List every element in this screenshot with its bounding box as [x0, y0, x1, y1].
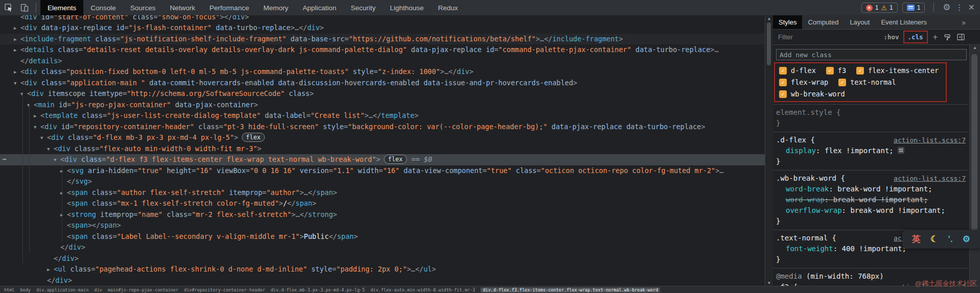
breadcrumb-item[interactable]: div.application-main — [36, 287, 88, 292]
collapse-arrow-icon[interactable]: ▼ — [20, 89, 27, 100]
breadcrumb-item[interactable]: main#js-repo-pjax-container — [108, 287, 178, 292]
collapse-arrow-icon[interactable]: ▼ — [47, 144, 54, 155]
expand-arrow-icon[interactable]: ▶ — [60, 166, 67, 177]
tab-security[interactable]: Security — [344, 0, 383, 15]
element-classes-button[interactable]: .cls — [903, 31, 928, 43]
styles-scrollbar[interactable]: ▲ — [969, 44, 980, 293]
class-toggle-text-normal[interactable]: ✓text-normal — [838, 78, 896, 86]
dom-node-line[interactable]: ▶<strong itemprop="name" class="mr-2 fle… — [0, 209, 765, 221]
dom-node-line[interactable]: </details> — [0, 56, 765, 67]
class-toggle-flex-wrap[interactable]: ✓flex-wrap — [779, 78, 828, 86]
expand-arrow-icon[interactable]: ▶ — [60, 188, 67, 199]
css-declaration[interactable]: word-wrap: break-word !important; — [776, 194, 966, 205]
dom-node-line[interactable]: ▼<div class="d-flex mb-3 px-3 px-md-4 px… — [0, 132, 765, 143]
dom-node-line[interactable]: ▶<svg aria-hidden="true" height="16" vie… — [0, 165, 765, 177]
checkbox-checked-icon[interactable]: ✓ — [779, 67, 787, 75]
stylesheet-link[interactable]: action-list.scss:7 — [894, 135, 966, 145]
dom-node-line[interactable]: ▶<details class="details-reset details-o… — [0, 44, 765, 56]
collapse-arrow-icon[interactable]: ▼ — [34, 122, 40, 133]
dom-node-line[interactable]: ▶<div data-pjax-replace id="js-flash-con… — [0, 22, 765, 34]
class-toggle-wb-break-word[interactable]: ✓wb-break-word — [779, 90, 845, 98]
dom-node-line[interactable]: ▶<ul class="pagehead-actions flex-shrink… — [0, 264, 765, 275]
tab-event-listeners[interactable]: Event Listeners — [875, 15, 932, 29]
elements-scrollbar[interactable]: ▲ ▼ — [765, 15, 773, 286]
scrollbar-thumb[interactable] — [971, 54, 977, 248]
css-declaration[interactable]: overflow-wrap: break-word !important; — [776, 205, 966, 216]
collapse-arrow-icon[interactable]: ▼ — [40, 133, 47, 144]
expand-arrow-icon[interactable]: ▶ — [47, 264, 54, 276]
flex-editor-icon[interactable] — [898, 147, 904, 154]
device-toolbar-icon[interactable] — [17, 1, 32, 15]
tab-computed[interactable]: Computed — [802, 15, 844, 29]
breadcrumb-item[interactable]: div — [94, 287, 102, 292]
tab-sources[interactable]: Sources — [123, 0, 163, 15]
expand-arrow-icon[interactable]: ▶ — [34, 111, 40, 122]
dom-node-line[interactable]: ⋯▼<div class="d-flex f3 flex-items-cente… — [0, 154, 765, 165]
dom-node-line[interactable]: <span class="Label Label--secondary v-al… — [0, 231, 765, 242]
close-devtools-icon[interactable]: ✕ — [968, 4, 975, 12]
checkbox-checked-icon[interactable]: ✓ — [826, 67, 834, 75]
toggle-element-state-button[interactable]: :hov — [883, 33, 899, 41]
tab-console[interactable]: Console — [83, 0, 123, 15]
tab-styles[interactable]: Styles — [773, 15, 802, 29]
tab-memory[interactable]: Memory — [256, 0, 295, 15]
dom-node-line[interactable]: <div id="start-of-content" class="show-o… — [0, 15, 765, 22]
dom-node-line[interactable]: <span></span> — [0, 220, 765, 231]
tab-network[interactable]: Network — [163, 0, 202, 15]
scrollbar-thumb[interactable] — [767, 22, 771, 65]
checkbox-checked-icon[interactable]: ✓ — [856, 67, 864, 75]
checkbox-checked-icon[interactable]: ✓ — [779, 90, 787, 98]
flex-badge[interactable]: flex — [384, 155, 407, 164]
dom-node-line[interactable]: ▼<main id="js-repo-pjax-container" data-… — [0, 100, 765, 111]
messages-badge[interactable]: 1 — [902, 3, 925, 13]
dom-node-line[interactable]: </div> — [0, 242, 765, 253]
stylesheet-link[interactable]: action-list.scss:7 — [894, 173, 966, 184]
filter-input[interactable]: Filter — [778, 33, 881, 41]
tab-application[interactable]: Application — [295, 0, 344, 15]
breadcrumb-item[interactable]: div#repository-container-header — [184, 287, 265, 292]
breadcrumb-item[interactable]: div.flex-auto.min-width-0.width-fit.mr-3 — [371, 287, 475, 292]
scroll-up-icon[interactable]: ▲ — [970, 45, 980, 50]
dom-node-line[interactable]: </div> — [0, 253, 765, 264]
expand-arrow-icon[interactable]: ▶ — [14, 67, 20, 78]
dom-node-line[interactable]: <span class="mx-1 flex-self-stretch colo… — [0, 198, 765, 209]
dom-node-line[interactable]: ▶<template class="js-user-list-create-di… — [0, 110, 765, 121]
dom-node-line[interactable]: ▼<div id="repository-container-header" c… — [0, 121, 765, 133]
class-toggle-d-flex[interactable]: ✓d-flex — [779, 66, 816, 75]
class-toggle-flex-items-center[interactable]: ✓flex-items-center — [856, 66, 939, 75]
reader-extension-icon[interactable]: ’. — [948, 235, 952, 243]
dom-node-line[interactable]: </svg> — [0, 176, 765, 187]
dark-mode-extension-icon[interactable]: ☾ — [930, 235, 938, 243]
dom-node-line[interactable]: ▼<div itemscope itemtype="http://schema.… — [0, 88, 765, 100]
tab-layout[interactable]: Layout — [844, 15, 875, 29]
checkbox-checked-icon[interactable]: ✓ — [779, 79, 787, 86]
console-issues-badge[interactable]: ✕ 1 ⚠ 1 — [861, 3, 898, 13]
scroll-down-icon[interactable]: ▼ — [765, 281, 773, 285]
dom-node-line[interactable]: </div> — [0, 275, 765, 286]
collapse-arrow-icon[interactable]: ▼ — [14, 78, 20, 89]
sidebar-toggle-icon[interactable] — [957, 34, 965, 40]
collapse-arrow-icon[interactable]: ▼ — [54, 155, 60, 166]
collapse-arrow-icon[interactable]: ▼ — [27, 100, 34, 111]
expand-arrow-icon[interactable]: ▶ — [14, 23, 20, 34]
brush-icon[interactable] — [944, 34, 951, 41]
row-overflow-menu-icon[interactable]: ⋯ — [3, 154, 7, 165]
kebab-menu-icon[interactable]: ⋮ — [955, 4, 964, 12]
tab-performance[interactable]: Performance — [202, 0, 256, 15]
dom-node-line[interactable]: ▶<span class="author flex-self-stretch" … — [0, 187, 765, 199]
class-toggle-f3[interactable]: ✓f3 — [826, 66, 846, 75]
tab-redux[interactable]: Redux — [431, 0, 465, 15]
dom-node-line[interactable]: ▶<include-fragment class="js-notificatio… — [0, 34, 765, 45]
breadcrumb-item[interactable]: body — [20, 287, 30, 292]
translate-extension-icon[interactable]: 英 — [912, 235, 921, 243]
css-declaration[interactable]: word-break: break-word !important; — [776, 184, 966, 194]
expand-arrow-icon[interactable]: ▶ — [14, 34, 20, 45]
css-declaration[interactable]: display: flex !important; — [776, 145, 966, 156]
tab-elements[interactable]: Elements — [40, 0, 83, 15]
breadcrumb-item[interactable]: html — [4, 287, 14, 292]
tab-lighthouse[interactable]: Lighthouse — [383, 0, 431, 15]
expand-arrow-icon[interactable]: ▶ — [14, 45, 20, 56]
add-new-class-input[interactable]: Add new class — [776, 49, 967, 60]
checkbox-checked-icon[interactable]: ✓ — [838, 79, 846, 86]
flex-badge[interactable]: flex — [242, 133, 265, 142]
